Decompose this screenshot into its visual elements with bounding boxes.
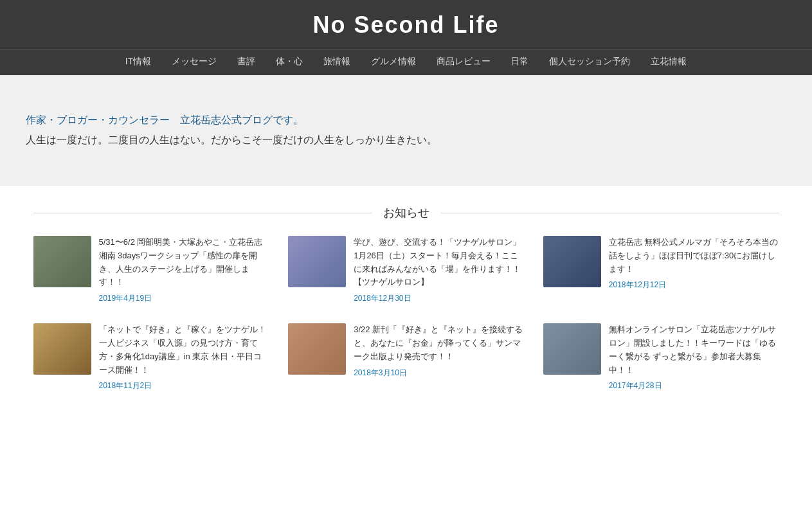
- card-title-5[interactable]: 3/22 新刊「『好き』と『ネット』を接続すると、あなたに『お金』が降ってくる」…: [354, 323, 524, 363]
- notice-section: お知らせ 5/31〜6/2 岡部明美・大塚あやこ・立花岳志 湘南 3daysワー…: [21, 186, 792, 404]
- card-title-4[interactable]: 「ネットで『好き』と『稼ぐ』をツナゲル！一人ビジネス「収入源」の見つけ方・育て方…: [99, 323, 269, 377]
- card-title-1[interactable]: 5/31〜6/2 岡部明美・大塚あやこ・立花岳志 湘南 3daysワークショップ…: [99, 236, 269, 289]
- card-content-4: 「ネットで『好き』と『稼ぐ』をツナゲル！一人ビジネス「収入源」の見つけ方・育て方…: [99, 323, 269, 391]
- site-title: No Second Life: [0, 12, 812, 39]
- card-image-3: [543, 236, 601, 287]
- tagline1: 作家・ブロガー・カウンセラー 立花岳志公式ブログです。: [26, 114, 786, 127]
- card-date-1: 2019年4月19日: [99, 293, 269, 304]
- card-title-2[interactable]: 学び、遊び、交流する！「ツナゲルサロン」1月26日（土）スタート！毎月会える！こ…: [354, 236, 524, 289]
- notice-card-6: 無料オンラインサロン「立花岳志ツナゲルサロン」開設しました！！キーワードは「ゆる…: [543, 323, 779, 391]
- cards-grid: 5/31〜6/2 岡部明美・大塚あやこ・立花岳志 湘南 3daysワークショップ…: [33, 236, 779, 391]
- card-date-5: 2018年3月10日: [354, 368, 524, 379]
- card-date-3: 2018年12月12日: [609, 280, 779, 290]
- notice-card-1: 5/31〜6/2 岡部明美・大塚あやこ・立花岳志 湘南 3daysワークショップ…: [33, 236, 269, 304]
- tagline2: 人生は一度だけ。二度目の人生はない。だからこそ一度だけの人生をしっかり生きたい。: [26, 134, 786, 147]
- notice-card-3: 立花岳志 無料公式メルマガ「そろそろ本当の話をしよう」ほぼ日刊でほぼ7:30にお…: [543, 236, 779, 304]
- card-date-4: 2018年11月2日: [99, 380, 269, 391]
- notice-card-2: 学び、遊び、交流する！「ツナゲルサロン」1月26日（土）スタート！毎月会える！こ…: [288, 236, 524, 304]
- card-image-6: [543, 323, 601, 375]
- card-image-2: [288, 236, 346, 287]
- site-header: No Second Life: [0, 0, 812, 49]
- nav-book[interactable]: 書評: [237, 56, 255, 66]
- section-title: お知らせ: [372, 205, 441, 220]
- nav-message[interactable]: メッセージ: [172, 56, 217, 66]
- nav-daily[interactable]: 日常: [510, 56, 528, 66]
- card-img-placeholder-1: [33, 236, 91, 287]
- card-image-1: [33, 236, 91, 287]
- card-img-placeholder-3: [543, 236, 601, 287]
- card-img-placeholder-6: [543, 323, 601, 375]
- nav-tachibana[interactable]: 立花情報: [651, 56, 687, 66]
- card-content-2: 学び、遊び、交流する！「ツナゲルサロン」1月26日（土）スタート！毎月会える！こ…: [354, 236, 524, 304]
- title-line-right: [441, 213, 779, 213]
- main-nav: IT情報 メッセージ 書評 体・心 旅情報 グルメ情報 商品レビュー 日常 個人…: [0, 49, 812, 75]
- card-image-4: [33, 323, 91, 375]
- card-date-2: 2018年12月30日: [354, 293, 524, 304]
- card-image-5: [288, 323, 346, 375]
- nav-body[interactable]: 体・心: [276, 56, 303, 66]
- nav-travel[interactable]: 旅情報: [323, 56, 350, 66]
- card-img-placeholder-4: [33, 323, 91, 375]
- notice-card-5: 3/22 新刊「『好き』と『ネット』を接続すると、あなたに『お金』が降ってくる」…: [288, 323, 524, 391]
- card-title-6[interactable]: 無料オンラインサロン「立花岳志ツナゲルサロン」開設しました！！キーワードは「ゆる…: [609, 323, 779, 377]
- card-title-3[interactable]: 立花岳志 無料公式メルマガ「そろそろ本当の話をしよう」ほぼ日刊でほぼ7:30にお…: [609, 236, 779, 276]
- notice-card-4: 「ネットで『好き』と『稼ぐ』をツナゲル！一人ビジネス「収入源」の見つけ方・育て方…: [33, 323, 269, 391]
- card-img-placeholder-2: [288, 236, 346, 287]
- nav-session[interactable]: 個人セッション予約: [549, 56, 630, 66]
- card-img-placeholder-5: [288, 323, 346, 375]
- hero-section: 作家・ブロガー・カウンセラー 立花岳志公式ブログです。 人生は一度だけ。二度目の…: [0, 75, 812, 186]
- nav-gourmet[interactable]: グルメ情報: [371, 56, 416, 66]
- section-title-container: お知らせ: [33, 205, 779, 220]
- card-date-6: 2017年4月28日: [609, 380, 779, 391]
- card-content-5: 3/22 新刊「『好き』と『ネット』を接続すると、あなたに『お金』が降ってくる」…: [354, 323, 524, 378]
- nav-review[interactable]: 商品レビュー: [437, 56, 491, 66]
- card-content-1: 5/31〜6/2 岡部明美・大塚あやこ・立花岳志 湘南 3daysワークショップ…: [99, 236, 269, 304]
- card-content-3: 立花岳志 無料公式メルマガ「そろそろ本当の話をしよう」ほぼ日刊でほぼ7:30にお…: [609, 236, 779, 290]
- nav-it[interactable]: IT情報: [125, 56, 151, 66]
- title-line-left: [33, 213, 372, 213]
- card-content-6: 無料オンラインサロン「立花岳志ツナゲルサロン」開設しました！！キーワードは「ゆる…: [609, 323, 779, 391]
